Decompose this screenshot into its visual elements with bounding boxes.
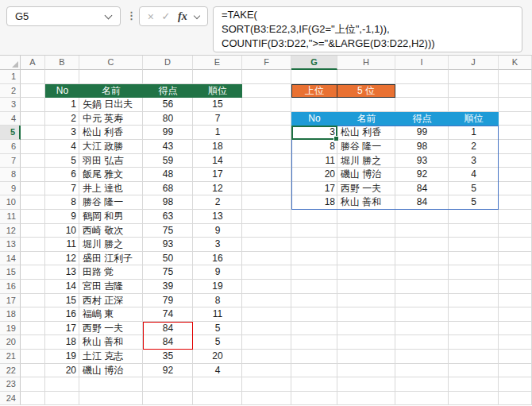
result-rank-cell[interactable]: 1 bbox=[449, 126, 499, 140]
score-no-cell[interactable]: 19 bbox=[45, 350, 79, 364]
score-rank-cell[interactable]: 20 bbox=[193, 350, 242, 364]
score-name-cell[interactable]: 田路 覚 bbox=[79, 265, 143, 280]
score-points-cell[interactable]: 63 bbox=[143, 210, 193, 224]
result-no-cell[interactable]: 3 bbox=[291, 126, 337, 140]
score-no-cell[interactable]: 9 bbox=[45, 210, 79, 224]
score-points-cell[interactable]: 98 bbox=[143, 195, 193, 210]
row-header-8[interactable]: 8 bbox=[0, 168, 21, 182]
column-header-A[interactable]: A bbox=[21, 56, 45, 70]
score-no-cell[interactable]: 17 bbox=[45, 322, 79, 336]
score-rank-cell[interactable]: 14 bbox=[193, 154, 242, 168]
score-no-cell[interactable]: 20 bbox=[45, 364, 79, 378]
score-name-cell[interactable]: 飯尾 雅文 bbox=[79, 168, 143, 182]
result-name-cell[interactable]: 勝谷 隆一 bbox=[337, 140, 395, 154]
result-no-cell[interactable]: 18 bbox=[291, 195, 337, 210]
score-name-cell[interactable]: 秋山 善和 bbox=[79, 335, 143, 350]
score-rank-cell[interactable]: 18 bbox=[193, 140, 242, 154]
score-name-cell[interactable]: 羽田 弘吉 bbox=[79, 154, 143, 168]
score-rank-cell[interactable]: 5 bbox=[193, 335, 242, 350]
score-points-cell[interactable]: 92 bbox=[143, 364, 193, 378]
result-name-cell[interactable]: 松山 利香 bbox=[337, 126, 395, 140]
score-no-cell[interactable]: 13 bbox=[45, 265, 79, 280]
score-name-cell[interactable]: 西崎 敬次 bbox=[79, 224, 143, 238]
insert-function-icon[interactable]: fx bbox=[178, 11, 187, 22]
result-points-cell[interactable]: 84 bbox=[395, 182, 449, 196]
column-header-I[interactable]: I bbox=[395, 56, 449, 70]
score-points-cell[interactable]: 75 bbox=[143, 224, 193, 238]
score-points-cell[interactable]: 93 bbox=[143, 238, 193, 252]
score-rank-cell[interactable]: 4 bbox=[193, 364, 242, 378]
row-header-14[interactable]: 14 bbox=[0, 252, 21, 266]
column-header-B[interactable]: B bbox=[45, 56, 79, 70]
score-rank-cell[interactable]: 15 bbox=[193, 98, 242, 112]
column-header-E[interactable]: E bbox=[193, 56, 242, 70]
score-no-cell[interactable]: 3 bbox=[45, 126, 79, 140]
score-points-cell[interactable]: 43 bbox=[143, 140, 193, 154]
score-rank-cell[interactable]: 9 bbox=[193, 224, 242, 238]
column-header-G[interactable]: G bbox=[291, 56, 337, 70]
column-header-D[interactable]: D bbox=[143, 56, 193, 70]
result-rank-cell[interactable]: 4 bbox=[449, 168, 499, 182]
column-header-K[interactable]: K bbox=[499, 56, 532, 70]
score-rank-cell[interactable]: 8 bbox=[193, 294, 242, 308]
score-no-cell[interactable]: 6 bbox=[45, 168, 79, 182]
score-points-cell[interactable]: 75 bbox=[143, 265, 193, 280]
result-name-cell[interactable]: 秋山 善和 bbox=[337, 195, 395, 210]
result-name-cell[interactable]: 堀川 勝之 bbox=[337, 154, 395, 168]
score-points-cell[interactable]: 99 bbox=[143, 126, 193, 140]
row-header-18[interactable]: 18 bbox=[0, 307, 21, 322]
row-header-15[interactable]: 15 bbox=[0, 265, 21, 280]
chevron-down-icon[interactable] bbox=[194, 12, 200, 18]
score-points-cell[interactable]: 84 bbox=[143, 322, 193, 336]
row-header-1[interactable]: 1 bbox=[0, 70, 21, 84]
score-name-cell[interactable]: 松山 利香 bbox=[79, 126, 143, 140]
result-points-cell[interactable]: 92 bbox=[395, 168, 449, 182]
result-rank-cell[interactable]: 5 bbox=[449, 195, 499, 210]
row-header-11[interactable]: 11 bbox=[0, 210, 21, 224]
row-header-3[interactable]: 3 bbox=[0, 98, 21, 112]
row-header-13[interactable]: 13 bbox=[0, 238, 21, 252]
row-header-17[interactable]: 17 bbox=[0, 294, 21, 308]
row-header-20[interactable]: 20 bbox=[0, 335, 21, 350]
select-all-button[interactable] bbox=[0, 56, 21, 70]
score-no-cell[interactable]: 1 bbox=[45, 98, 79, 112]
score-points-cell[interactable]: 80 bbox=[143, 112, 193, 126]
row-header-6[interactable]: 6 bbox=[0, 140, 21, 154]
score-points-cell[interactable]: 48 bbox=[143, 168, 193, 182]
score-no-cell[interactable]: 14 bbox=[45, 280, 79, 294]
score-points-cell[interactable]: 68 bbox=[143, 182, 193, 196]
column-header-F[interactable]: F bbox=[242, 56, 291, 70]
score-name-cell[interactable]: 磯山 博治 bbox=[79, 364, 143, 378]
score-points-cell[interactable]: 35 bbox=[143, 350, 193, 364]
score-no-cell[interactable]: 16 bbox=[45, 307, 79, 322]
score-points-cell[interactable]: 39 bbox=[143, 280, 193, 294]
row-header-9[interactable]: 9 bbox=[0, 182, 21, 196]
score-rank-cell[interactable]: 2 bbox=[193, 195, 242, 210]
score-name-cell[interactable]: 大江 政勝 bbox=[79, 140, 143, 154]
column-header-H[interactable]: H bbox=[337, 56, 395, 70]
row-header-16[interactable]: 16 bbox=[0, 280, 21, 294]
score-name-cell[interactable]: 西野 一夫 bbox=[79, 322, 143, 336]
score-name-cell[interactable]: 矢鍋 日出夫 bbox=[79, 98, 143, 112]
cancel-icon[interactable]: × bbox=[148, 11, 154, 22]
score-points-cell[interactable]: 50 bbox=[143, 252, 193, 266]
score-no-cell[interactable]: 4 bbox=[45, 140, 79, 154]
row-header-19[interactable]: 19 bbox=[0, 322, 21, 336]
result-name-cell[interactable]: 磯山 博治 bbox=[337, 168, 395, 182]
result-rank-cell[interactable]: 3 bbox=[449, 154, 499, 168]
score-name-cell[interactable]: 鶴岡 和男 bbox=[79, 210, 143, 224]
score-no-cell[interactable]: 15 bbox=[45, 294, 79, 308]
row-header-10[interactable]: 10 bbox=[0, 195, 21, 210]
row-header-4[interactable]: 4 bbox=[0, 112, 21, 126]
score-rank-cell[interactable]: 13 bbox=[193, 210, 242, 224]
score-name-cell[interactable]: 西村 正深 bbox=[79, 294, 143, 308]
result-points-cell[interactable]: 98 bbox=[395, 140, 449, 154]
score-points-cell[interactable]: 79 bbox=[143, 294, 193, 308]
score-rank-cell[interactable]: 12 bbox=[193, 182, 242, 196]
score-name-cell[interactable]: 中元 英寿 bbox=[79, 112, 143, 126]
result-points-cell[interactable]: 99 bbox=[395, 126, 449, 140]
score-points-cell[interactable]: 74 bbox=[143, 307, 193, 322]
score-rank-cell[interactable]: 1 bbox=[193, 126, 242, 140]
score-no-cell[interactable]: 11 bbox=[45, 238, 79, 252]
score-name-cell[interactable]: 勝谷 隆一 bbox=[79, 195, 143, 210]
